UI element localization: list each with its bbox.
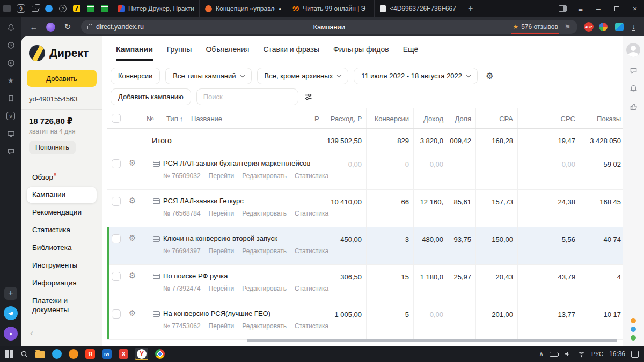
history-icon[interactable] (6, 40, 16, 50)
app-icon-blue[interactable] (52, 349, 62, 359)
explorer-icon[interactable] (35, 351, 45, 358)
favorites-star-icon[interactable]: ★ (6, 76, 16, 85)
edit-link[interactable]: Редактировать (242, 172, 287, 180)
video-icon[interactable] (6, 58, 16, 68)
sidebar-item-information[interactable]: Информация (27, 275, 97, 292)
side-panel-icon[interactable] (553, 0, 572, 17)
tab-counter[interactable]: 9 (14, 0, 28, 17)
col-type[interactable]: Тип↑ (166, 115, 183, 123)
col-conversions[interactable]: Конверсии (366, 108, 413, 128)
campaign-settings-icon[interactable]: ⚙ (129, 233, 136, 243)
address-bar[interactable]: direct.yandex.ru Кампании ★ 576 отзывов … (81, 20, 577, 34)
direct-logo[interactable]: Директ (27, 45, 97, 61)
filter-tune-icon[interactable] (304, 92, 313, 101)
sidebar-item-tools[interactable]: Инструменты (27, 257, 97, 274)
yandex-app-icon[interactable]: Я (85, 349, 95, 359)
network-icon[interactable] (577, 350, 586, 358)
col-revenue[interactable]: Доход (413, 108, 448, 128)
thumbs-up-icon[interactable] (628, 102, 638, 112)
table-settings-gear-icon[interactable]: ⚙ (483, 71, 496, 81)
topup-button[interactable]: Пополнить (29, 141, 76, 154)
sidebar-item-overview[interactable]: Обзор8 (27, 168, 97, 186)
row-checkbox[interactable] (112, 197, 121, 206)
site-reviews-badge[interactable]: ★ 576 отзывов (513, 23, 558, 31)
action-center-icon[interactable] (631, 351, 639, 358)
select-all-checkbox[interactable] (112, 114, 121, 123)
browser-tab-2[interactable]: Концепция «управле ● (199, 0, 287, 17)
sidebar-item-statistics[interactable]: Статистика (27, 222, 97, 239)
bell-icon[interactable] (628, 84, 638, 93)
app-icon-x[interactable]: X (119, 349, 128, 359)
tabs-count-icon[interactable]: 9 (6, 111, 16, 121)
language-indicator[interactable]: РУС (591, 351, 603, 357)
close-button[interactable]: × (626, 0, 644, 17)
campaign-settings-icon[interactable]: ⚙ (129, 308, 136, 318)
chat-icon[interactable] (628, 65, 638, 75)
bookmarks-icon[interactable] (6, 93, 16, 103)
pinned-tab-help-icon[interactable]: ? (56, 0, 70, 17)
browser-tab-1[interactable]: Питер Друкер, Практика (112, 0, 199, 17)
widget-blue-icon[interactable] (631, 327, 636, 332)
tab-more[interactable]: Ещё (403, 45, 419, 61)
notifications-bell-icon[interactable] (6, 23, 16, 32)
messenger-icon[interactable] (6, 146, 16, 156)
sidebar-item-payments[interactable]: Платежи и документы (27, 293, 97, 319)
tab-campaigns[interactable]: Кампании (116, 45, 153, 61)
col-name[interactable]: Название (191, 115, 222, 123)
go-link[interactable]: Перейти (209, 322, 235, 330)
browser-logo-icon[interactable] (0, 0, 14, 17)
date-range-dropdown[interactable]: 11 июля 2022 - 18 августа 2022 (354, 68, 478, 84)
go-link[interactable]: Перейти (209, 247, 235, 255)
tray-expand-icon[interactable]: ∧ (539, 350, 544, 358)
campaign-name[interactable]: Но поиске РФ ручка (163, 272, 228, 280)
clock[interactable]: 16:36 (609, 350, 625, 358)
col-cpc[interactable]: CPC (517, 108, 580, 128)
campaign-type-dropdown[interactable]: Все типы кампаний (165, 68, 251, 84)
app-icon-orange[interactable] (69, 349, 78, 359)
archive-filter-dropdown[interactable]: Все, кроме архивных (257, 68, 349, 84)
campaign-name[interactable]: Ключи на конверсию второй запуск (163, 234, 277, 242)
edit-link[interactable]: Редактировать (242, 285, 287, 292)
horizontal-scrollbar[interactable] (247, 339, 617, 342)
tab-feed-filters[interactable]: Фильтры фидов (333, 45, 389, 61)
sidebar-item-library[interactable]: Библиотека (27, 240, 97, 256)
campaign-name[interactable]: РСЯ ЛАЛ-заявки Геткурс (163, 197, 244, 205)
app-icon-iw[interactable]: IW (102, 349, 112, 359)
minimize-button[interactable]: – (589, 0, 608, 17)
edit-link[interactable]: Редактировать (242, 322, 287, 330)
row-checkbox[interactable] (112, 309, 121, 319)
col-impressions[interactable]: Показы (580, 108, 623, 128)
col-share[interactable]: Доля (448, 108, 475, 128)
reload-button[interactable]: ↻ (61, 22, 75, 32)
account-id[interactable]: yd-4901554563 (27, 95, 97, 103)
tab-ads[interactable]: Объявления (206, 45, 249, 61)
battery-icon[interactable] (550, 352, 558, 357)
pinned-tab-mail-icon[interactable] (42, 0, 56, 17)
back-button[interactable]: ← (27, 23, 41, 32)
campaign-name[interactable]: РСЯ ЛАЛ-заявки бухгалтерия маркетплейсов (163, 159, 310, 167)
row-checkbox[interactable] (112, 272, 121, 281)
volume-icon[interactable] (564, 350, 572, 358)
row-checkbox[interactable] (112, 234, 121, 243)
pinned-tab-doc2-icon[interactable] (98, 0, 112, 17)
col-cpa[interactable]: CPA (475, 108, 517, 128)
tab-bids-phrases[interactable]: Ставки и фразы (263, 45, 319, 61)
col-number[interactable]: № (147, 115, 154, 123)
adblock-extension-icon[interactable]: ABP (584, 22, 594, 32)
campaign-settings-icon[interactable]: ⚙ (129, 271, 136, 280)
extension-icon[interactable] (599, 23, 608, 31)
edit-link[interactable]: Редактировать (242, 247, 287, 255)
conversions-filter-button[interactable]: Конверсии (111, 68, 160, 84)
yandex-browser-icon[interactable]: Y (135, 348, 148, 360)
sidebar-item-campaigns[interactable]: Кампании (27, 187, 97, 203)
browser-menu-icon[interactable]: ≡ (572, 4, 589, 13)
pinned-tab-doc-icon[interactable] (84, 0, 98, 17)
col-spend[interactable]: Расход, ₽ (319, 108, 366, 128)
campaign-settings-icon[interactable]: ⚙ (129, 158, 136, 168)
add-campaign-button[interactable]: Добавить кампанию (111, 88, 191, 105)
go-link[interactable]: Перейти (209, 172, 235, 180)
restore-button[interactable] (608, 0, 626, 17)
add-button[interactable]: Добавить (27, 70, 97, 87)
search-input[interactable] (196, 88, 298, 105)
telegram-icon[interactable] (4, 306, 18, 320)
